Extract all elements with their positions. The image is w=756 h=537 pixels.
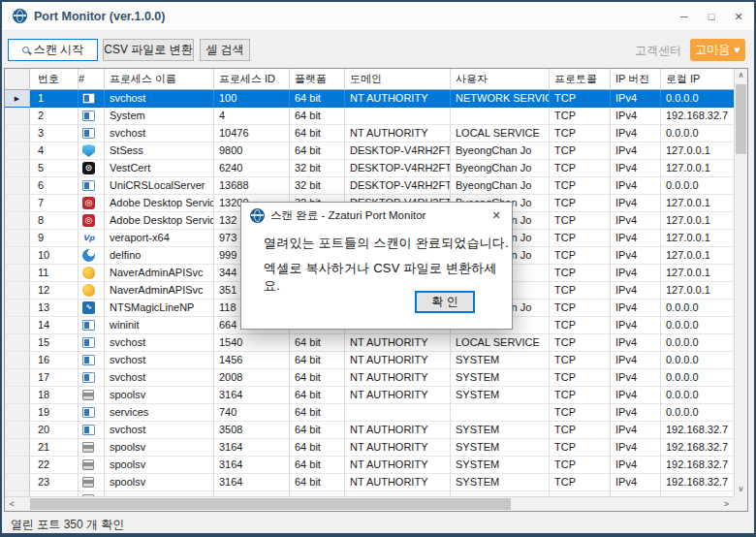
table-row[interactable]: 21spoolsv316464 bitNT AUTHORITYSYSTEMTCP… <box>5 439 734 457</box>
window-app-icon <box>82 93 95 104</box>
cell-user: SYSTEM <box>451 474 550 491</box>
table-row[interactable]: 2System464 bitTCPIPv4192.168.32.7 <box>5 108 734 125</box>
csv-convert-label: CSV 파일로 변환 <box>104 42 192 58</box>
scroll-up-arrow-icon[interactable]: ∧ <box>735 69 747 82</box>
cell-process-id: 10476 <box>214 125 290 142</box>
header-platform[interactable]: 플랫폼 <box>290 69 345 90</box>
cell-domain: DESKTOP-V4RH2FT <box>345 177 451 195</box>
table-row[interactable]: 3svchost1047664 bitNT AUTHORITYLOCAL SER… <box>5 125 734 142</box>
table-row[interactable]: 18spoolsv316464 bitNT AUTHORITYSYSTEMTCP… <box>5 387 734 404</box>
cell-icon <box>79 195 105 212</box>
cell-domain: NT AUTHORITY <box>345 422 451 439</box>
cell-no: 9 <box>30 230 79 247</box>
cell-platform: 64 bit <box>290 108 345 125</box>
cell-no: 13 <box>30 300 79 317</box>
maximize-button[interactable]: □ <box>698 2 725 31</box>
window-app-icon <box>82 180 95 191</box>
cell-process-id: 3164 <box>214 439 290 457</box>
cell-platform: 64 bit <box>290 90 345 108</box>
table-row[interactable]: 6UniCRSLocalServer1368832 bitDESKTOP-V4R… <box>5 177 734 195</box>
cell-process-name: UniCRSLocalServer <box>105 177 214 195</box>
dialog-title: 스캔 완료 - Zzaturi Port Monitor <box>270 203 425 228</box>
table-row[interactable]: 16svchost145664 bitNT AUTHORITYSYSTEMTCP… <box>5 352 734 369</box>
cell-no: 2 <box>30 108 79 125</box>
cell-process-name: NTSMagicLineNP <box>105 300 214 317</box>
cell-process-name: NaverAdminAPISvc <box>105 265 214 282</box>
vertical-scroll-thumb[interactable] <box>736 84 746 154</box>
row-selector <box>5 334 30 352</box>
cell-icon <box>79 265 105 282</box>
scan-start-button[interactable]: 스캔 시작 <box>8 39 98 61</box>
cell-process-id: 1540 <box>214 334 290 352</box>
cell-icon <box>79 457 105 474</box>
cell-no: 17 <box>30 369 79 387</box>
table-row[interactable]: ▶1svchost10064 bitNT AUTHORITYNETWORK SE… <box>5 90 734 108</box>
scroll-right-arrow-icon[interactable]: > <box>719 497 734 511</box>
scroll-left-arrow-icon[interactable]: < <box>5 497 19 511</box>
header-user[interactable]: 사용자 <box>451 69 550 90</box>
table-row[interactable]: 22spoolsv316464 bitNT AUTHORITYSYSTEMTCP… <box>5 457 734 474</box>
row-selector <box>5 265 30 282</box>
header-row-selector <box>5 69 30 90</box>
header-no[interactable]: 번호 <box>30 69 79 90</box>
cell-protocol: TCP <box>550 474 611 491</box>
scroll-down-arrow-icon[interactable]: ∨ <box>735 483 747 496</box>
row-selector <box>5 230 30 247</box>
cell-no: 3 <box>30 125 79 142</box>
support-center-link[interactable]: 고객센터 <box>635 43 681 59</box>
table-row[interactable]: 17svchost200864 bitNT AUTHORITYSYSTEMTCP… <box>5 369 734 387</box>
cell-local-ip: 127.0.0.1 <box>661 230 734 247</box>
cell-process-name: Adobe Desktop Service <box>105 195 214 212</box>
table-row[interactable]: 19services74064 bitTCPIPv40.0.0.0 <box>5 404 734 422</box>
cell-domain: NT AUTHORITY <box>345 369 451 387</box>
status-bar: 열린 포트 350 개 확인 <box>2 514 754 533</box>
row-selector <box>5 457 30 474</box>
table-row[interactable]: 5VestCert624032 bitDESKTOP-V4RH2FTByeong… <box>5 160 734 177</box>
dialog-ok-button[interactable]: 확 인 <box>415 291 475 313</box>
csv-convert-button[interactable]: CSV 파일로 변환 <box>103 39 194 61</box>
horizontal-scrollbar[interactable]: < > <box>5 496 734 511</box>
cell-no: 10 <box>30 247 79 265</box>
cell-process-name: StSess <box>105 142 214 160</box>
cell-local-ip: 127.0.0.1 <box>661 142 734 160</box>
cell-ip-version: IPv4 <box>611 230 661 247</box>
shield-icon <box>82 144 95 157</box>
cell-ip-version: IPv4 <box>611 369 661 387</box>
horizontal-scroll-thumb[interactable] <box>30 498 511 510</box>
dialog-close-button[interactable]: ✕ <box>485 205 508 225</box>
table-row[interactable]: 4StSess980064 bitDESKTOP-V4RH2FTByeongCh… <box>5 142 734 160</box>
header-icon[interactable]: # <box>79 69 105 90</box>
cell-search-button[interactable]: 셀 검색 <box>200 39 250 61</box>
cell-local-ip: 0.0.0.0 <box>661 90 734 108</box>
cell-protocol: TCP <box>550 195 611 212</box>
minimize-button[interactable]: ─ <box>671 2 698 31</box>
row-selector <box>5 439 30 457</box>
thanks-button[interactable]: 고마움 ♥ <box>690 39 745 61</box>
cell-user: ByeongChan Jo <box>451 142 550 160</box>
cell-no: 20 <box>30 422 79 439</box>
delfino-icon <box>82 249 95 262</box>
table-row[interactable]: 23spoolsv316464 bitNT AUTHORITYSYSTEMTCP… <box>5 474 734 491</box>
app-window: Port Monitor (ver.1.0.0) ─ □ ✕ 스캔 시작 CSV… <box>0 0 756 537</box>
cell-no: 11 <box>30 265 79 282</box>
cell-icon <box>79 474 105 491</box>
header-process-id[interactable]: 프로세스 ID <box>214 69 290 90</box>
header-protocol[interactable]: 프로토콜 <box>550 69 611 90</box>
header-ip-version[interactable]: IP 버전 <box>611 69 661 90</box>
header-domain[interactable]: 도메인 <box>345 69 451 90</box>
toolbar: 스캔 시작 CSV 파일로 변환 셀 검색 고객센터 고마움 ♥ <box>2 32 754 69</box>
cell-user: ByeongChan Jo <box>451 160 550 177</box>
table-row[interactable]: 15svchost154064 bitNT AUTHORITYLOCAL SER… <box>5 334 734 352</box>
cell-process-id: 100 <box>214 90 290 108</box>
cell-ip-version: IPv4 <box>611 317 661 334</box>
close-button[interactable]: ✕ <box>725 2 752 31</box>
table-row[interactable]: 20svchost350864 bitNT AUTHORITYSYSTEMTCP… <box>5 422 734 439</box>
header-process-name[interactable]: 프로세스 이름 <box>105 69 214 90</box>
vertical-scrollbar[interactable]: ∧ ∨ <box>734 69 747 496</box>
cell-domain: NT AUTHORITY <box>345 334 451 352</box>
header-local-ip[interactable]: 로컬 IP <box>661 69 734 90</box>
cell-no: 16 <box>30 352 79 369</box>
cell-process-id: 740 <box>214 404 290 422</box>
cell-domain: DESKTOP-V4RH2FT <box>345 160 451 177</box>
row-selector <box>5 125 30 142</box>
